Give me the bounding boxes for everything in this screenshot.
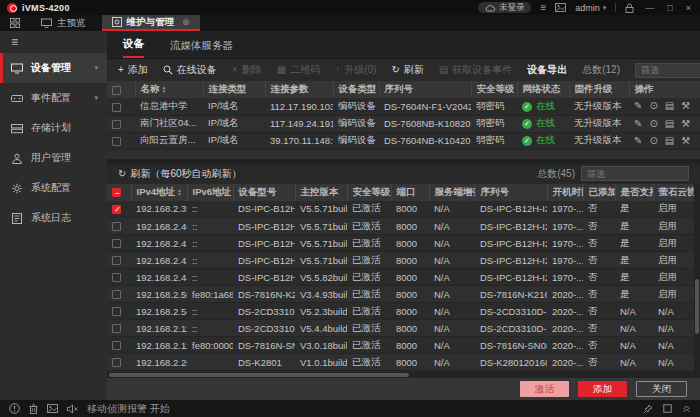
online-device-row[interactable]: ✓ 192.168.2.56 :: DS-2CD3310D-I V5.2.3bu… — [107, 303, 694, 320]
trash-icon[interactable] — [29, 404, 38, 414]
snapshot-icon[interactable] — [555, 3, 566, 12]
column-header[interactable]: 萤石云协▴▾ — [653, 184, 694, 201]
row-checkbox[interactable]: ✓ — [112, 120, 121, 129]
image-icon[interactable] — [47, 404, 58, 413]
column-header[interactable]: 序列号▴▾ — [379, 81, 471, 98]
hdd-icon[interactable]: ▤ — [665, 101, 674, 111]
device-row[interactable]: ✓ 南门社区04... IP/域名 117.149.24.191:... 编码设… — [107, 115, 700, 132]
scrollbar-thumb[interactable] — [109, 373, 409, 377]
add-device-button[interactable]: +添加 — [118, 63, 148, 77]
column-header[interactable]: 连接类型▴▾ — [203, 81, 265, 98]
online-device-row[interactable]: ✓ 192.168.2.113 fe80:0000:0... DS-7816N-… — [107, 337, 694, 354]
column-header[interactable]: IPv6地址▴▾ — [187, 184, 233, 201]
row-checkbox[interactable]: ✓ — [112, 103, 121, 112]
close-button[interactable]: × — [684, 3, 693, 13]
row-checkbox[interactable]: ✓ — [112, 205, 121, 214]
column-header[interactable]: 网络状态▴▾ — [517, 81, 569, 98]
remote-config-icon[interactable]: ⊙ — [649, 101, 657, 111]
column-header[interactable]: 开机时间▴▾ — [547, 184, 583, 201]
column-header[interactable]: 固件升级▴▾ — [569, 81, 629, 98]
row-checkbox[interactable]: ✓ — [112, 256, 121, 265]
column-header[interactable]: 安全等级▴▾ — [347, 184, 391, 201]
sidebar-collapse-button[interactable]: ≡ — [0, 31, 107, 53]
minimize-button[interactable]: — — [643, 3, 656, 13]
column-header[interactable]: 端口▴▾ — [391, 184, 429, 201]
event-list-icon[interactable]: ≡ — [540, 3, 546, 13]
row-checkbox[interactable]: ✓ — [112, 341, 121, 350]
online-device-row[interactable]: ✓ 192.168.2.40 :: DS-IPC-B12H-I V5.5.71b… — [107, 218, 694, 235]
auto-refresh-button[interactable]: ↻刷新（每60秒自动刷新） — [118, 167, 242, 181]
row-checkbox[interactable]: ✓ — [112, 358, 121, 367]
sidebar-item-system-config[interactable]: 系统配置 — [0, 173, 107, 203]
device-row[interactable]: ✓ 向阳云置房... IP/域名 39.170.11.148:8... 编码设备… — [107, 132, 700, 149]
device-filter-input[interactable] — [635, 63, 700, 78]
tab-streaming-server[interactable]: 流媒体服务器 — [170, 39, 233, 58]
tools-icon[interactable]: ⚒ — [681, 101, 690, 111]
tab-device[interactable]: 设备 — [123, 37, 144, 58]
collapse-up-icon[interactable] — [682, 404, 691, 413]
row-checkbox[interactable]: ✓ — [112, 307, 121, 316]
sidebar-item-storage-schedule[interactable]: 存储计划 — [0, 113, 107, 143]
vertical-scrollbar[interactable] — [694, 184, 700, 373]
sidebar-item-system-log[interactable]: 系统日志 — [0, 203, 107, 233]
lock-icon[interactable] — [625, 3, 634, 13]
column-header[interactable]: 连接参数▴▾ — [265, 81, 333, 98]
column-header[interactable]: 安全等级▴▾ — [471, 81, 517, 98]
tab-main-view[interactable]: 主预览 — [31, 15, 96, 31]
row-checkbox[interactable]: ✓ — [112, 290, 121, 299]
online-device-row[interactable]: ✓ 192.168.2.39 :: DS-IPC-B12H-I V5.5.71b… — [107, 201, 694, 218]
remote-config-icon[interactable]: ⊙ — [649, 136, 657, 146]
audio-muted-icon[interactable] — [67, 404, 78, 414]
column-header[interactable]: 主控版本▴▾ — [295, 184, 347, 201]
column-header[interactable]: 是否支持...▴▾ — [615, 184, 653, 201]
row-checkbox[interactable]: ✓ — [112, 324, 121, 333]
column-header[interactable]: IPv4地址▴▾ — [131, 184, 187, 201]
maximize-button[interactable]: □ — [665, 3, 674, 13]
tools-icon[interactable]: ⚒ — [681, 136, 690, 146]
tools-icon[interactable]: ⚒ — [681, 119, 690, 129]
column-header[interactable]: 已添加▴▾ — [583, 184, 615, 201]
close-panel-button[interactable]: 关闭 — [636, 381, 687, 397]
refresh-button[interactable]: ↻刷新 — [391, 63, 423, 77]
column-header[interactable]: 服务端增强...▴▾ — [429, 184, 475, 201]
edit-icon[interactable]: ✎ — [634, 119, 642, 129]
row-checkbox[interactable]: ✓ — [112, 273, 121, 282]
select-all-checkbox[interactable]: – — [112, 188, 121, 197]
row-checkbox[interactable]: ✓ — [112, 137, 121, 146]
user-menu[interactable]: admin ▾ — [575, 3, 606, 13]
sidebar-item-user-management[interactable]: 用户管理 — [0, 143, 107, 173]
online-filter-input[interactable] — [581, 166, 689, 181]
column-header[interactable]: 名称▴▾ — [135, 81, 203, 98]
tab-close-icon[interactable]: ⊗ — [182, 17, 190, 27]
column-header[interactable]: 设备型号▴▾ — [233, 184, 295, 201]
remote-config-icon[interactable]: ⊙ — [649, 119, 657, 129]
column-header[interactable]: 操作▴▾ — [629, 81, 700, 98]
alarm-icon[interactable] — [9, 403, 20, 414]
pin-icon[interactable] — [643, 404, 653, 414]
hdd-icon[interactable]: ▤ — [665, 136, 674, 146]
column-header[interactable]: 序列号▴▾ — [475, 184, 547, 201]
column-header[interactable]: 设备类型▴▾ — [333, 81, 379, 98]
device-export-button[interactable]: 设备导出 — [527, 63, 567, 77]
online-device-row[interactable]: ✓ 192.168.2.41 :: DS-IPC-B12H-I V5.5.71b… — [107, 235, 694, 252]
online-device-row[interactable]: ✓ 192.168.2.111 :: DS-2CD3310D-I V5.4.4b… — [107, 320, 694, 337]
edit-icon[interactable]: ✎ — [634, 136, 642, 146]
add-button[interactable]: 添加 — [578, 381, 627, 397]
select-all-checkbox[interactable] — [112, 86, 121, 95]
online-device-row[interactable]: ✓ 192.168.2.201 DS-K2801 V1.0.1build ...… — [107, 354, 694, 371]
online-device-button[interactable]: 在线设备 — [163, 63, 217, 77]
online-device-row[interactable]: ✓ 192.168.2.44 :: DS-IPC-B12H-I V5.5.82b… — [107, 269, 694, 286]
modules-grid-button[interactable] — [5, 15, 25, 31]
online-device-row[interactable]: ✓ 192.168.2.42 :: DS-IPC-B12H-I V5.5.71b… — [107, 252, 694, 269]
login-status-badge[interactable]: 未登录 — [478, 2, 532, 13]
hdd-icon[interactable]: ▤ — [665, 119, 674, 129]
online-device-row[interactable]: ✓ 192.168.2.50 fe80:1a68:c... DS-7816N-K… — [107, 286, 694, 303]
device-row[interactable]: ✓ 信息港中学 IP/域名 112.17.190.103:... 编码设备 DS… — [107, 98, 700, 115]
sidebar-item-device-management[interactable]: 设备管理 ▾ — [0, 53, 107, 83]
tab-maintenance[interactable]: 维护与管理 ⊗ — [102, 15, 200, 31]
row-checkbox[interactable]: ✓ — [112, 222, 121, 231]
horizontal-scrollbar[interactable] — [107, 372, 700, 378]
activate-button[interactable]: 激活 — [520, 381, 569, 397]
expand-icon[interactable] — [663, 404, 672, 413]
scrollbar-thumb[interactable] — [695, 279, 699, 334]
